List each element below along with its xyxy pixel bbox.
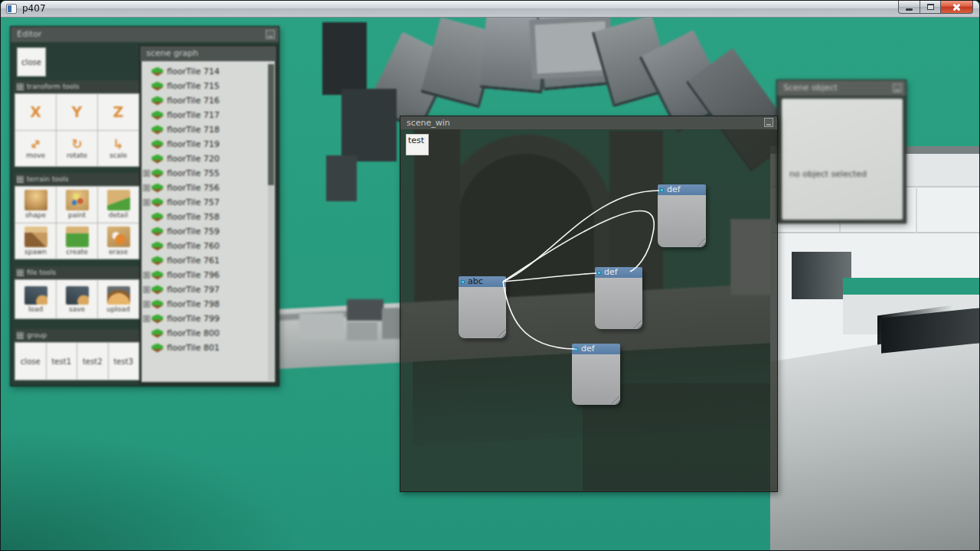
group-close-button[interactable]: close bbox=[15, 343, 46, 380]
load-button[interactable]: load bbox=[15, 280, 56, 318]
scene-graph-item[interactable]: floorTile 719 bbox=[142, 137, 275, 152]
item-label: floorTile 718 bbox=[167, 125, 220, 135]
axis-x-button[interactable]: X bbox=[15, 94, 56, 130]
scene-graph-title[interactable]: scene graph bbox=[140, 46, 276, 61]
shape-button[interactable]: shape bbox=[15, 187, 56, 223]
axis-z-button[interactable]: Z bbox=[98, 94, 139, 130]
paint-icon bbox=[66, 190, 89, 210]
resize-grip-icon[interactable] bbox=[633, 320, 642, 328]
test3-button[interactable]: test3 bbox=[109, 343, 139, 380]
node-pin-icon[interactable] bbox=[597, 271, 601, 275]
detail-button[interactable]: detail bbox=[98, 187, 139, 223]
expander-icon[interactable] bbox=[143, 272, 150, 279]
erase-button[interactable]: erase bbox=[98, 223, 139, 259]
section-header-icon bbox=[17, 83, 24, 90]
editor-close-button[interactable]: close bbox=[17, 47, 46, 77]
paint-button[interactable]: paint bbox=[57, 187, 97, 223]
scene-object-collapse-icon[interactable] bbox=[893, 83, 902, 93]
node-header[interactable]: def bbox=[572, 344, 620, 354]
minimize-button[interactable] bbox=[898, 1, 920, 14]
create-icon bbox=[66, 227, 89, 247]
scene-graph-item[interactable]: floorTile 801 bbox=[142, 341, 275, 355]
test-tab-button[interactable]: test bbox=[406, 134, 429, 155]
item-label: floorTile 761 bbox=[167, 256, 220, 266]
save-icon bbox=[66, 286, 89, 305]
scene-graph-item[interactable]: floorTile 716 bbox=[142, 93, 275, 108]
scale-button[interactable]: ↳scale bbox=[98, 131, 139, 167]
item-gutter bbox=[142, 315, 152, 322]
close-button[interactable] bbox=[941, 1, 973, 14]
window-titlebar[interactable]: p407 bbox=[1, 1, 979, 18]
resize-grip-icon[interactable] bbox=[497, 329, 505, 337]
corner-vignette bbox=[1, 416, 353, 551]
item-label: floorTile 755 bbox=[167, 168, 220, 178]
stone-column bbox=[341, 89, 397, 161]
scene-graph-item[interactable]: floorTile 760 bbox=[142, 239, 275, 253]
scene-graph-item[interactable]: floorTile 757 bbox=[142, 195, 275, 210]
node-def-top[interactable]: def bbox=[658, 184, 706, 247]
scene-graph-item[interactable]: floorTile 718 bbox=[142, 122, 275, 137]
file-button-grid: load save upload bbox=[15, 279, 139, 319]
node-header[interactable]: def bbox=[658, 184, 706, 195]
floor-tile-icon bbox=[152, 67, 163, 77]
test1-button[interactable]: test1 bbox=[47, 343, 77, 380]
scene-graph-item[interactable]: floorTile 758 bbox=[142, 210, 275, 224]
scene-graph-item[interactable]: floorTile 717 bbox=[142, 108, 275, 122]
scene-graph-item[interactable]: floorTile 797 bbox=[142, 282, 275, 297]
rotate-button[interactable]: ↻rotate bbox=[57, 131, 97, 167]
section-header-terrain: terrain tools bbox=[15, 173, 139, 186]
section-header-icon bbox=[17, 176, 24, 183]
detail-label: detail bbox=[109, 211, 128, 219]
stone-column bbox=[322, 22, 367, 95]
scene-graph-item[interactable]: floorTile 759 bbox=[142, 224, 275, 239]
expander-icon[interactable] bbox=[143, 286, 150, 293]
scene-graph-item[interactable]: floorTile 800 bbox=[142, 326, 275, 341]
expander-icon[interactable] bbox=[143, 184, 150, 191]
axis-y-button[interactable]: Y bbox=[57, 94, 97, 130]
create-label: create bbox=[66, 248, 88, 256]
node-pin-icon[interactable] bbox=[660, 188, 664, 192]
scene-graph-item[interactable]: floorTile 761 bbox=[142, 253, 275, 268]
group-close-label: close bbox=[21, 357, 41, 366]
resize-grip-icon[interactable] bbox=[611, 396, 619, 404]
scene-graph-item[interactable]: floorTile 756 bbox=[142, 181, 275, 195]
expander-icon[interactable] bbox=[143, 170, 150, 177]
node-header[interactable]: def bbox=[595, 267, 642, 278]
scene-graph-item[interactable]: floorTile 798 bbox=[142, 297, 275, 311]
floor-ramp bbox=[770, 328, 980, 551]
save-button[interactable]: save bbox=[57, 280, 97, 318]
create-button[interactable]: create bbox=[57, 223, 97, 259]
resize-grip-icon[interactable] bbox=[697, 238, 705, 246]
scene-win-title[interactable]: scene_win bbox=[400, 116, 777, 129]
scene-win-collapse-icon[interactable] bbox=[764, 118, 773, 127]
scene-graph-item[interactable]: floorTile 796 bbox=[142, 268, 275, 282]
scene-object-title[interactable]: Scene object bbox=[777, 80, 906, 96]
node-pin-icon[interactable] bbox=[461, 280, 465, 284]
scene-graph-item[interactable]: floorTile 720 bbox=[142, 152, 275, 166]
expander-icon[interactable] bbox=[143, 301, 150, 308]
node-def-bottom[interactable]: def bbox=[572, 344, 620, 405]
node-pin-icon[interactable] bbox=[574, 347, 578, 351]
scrollbar-thumb[interactable] bbox=[268, 64, 274, 185]
expander-icon[interactable] bbox=[143, 315, 150, 322]
scene-graph-item[interactable]: floorTile 714 bbox=[142, 64, 275, 79]
node-abc[interactable]: abc bbox=[459, 276, 506, 338]
shape-label: shape bbox=[25, 211, 46, 219]
scene-graph-item[interactable]: floorTile 799 bbox=[142, 311, 275, 326]
scene-graph-item[interactable]: floorTile 715 bbox=[142, 79, 275, 93]
expander-icon[interactable] bbox=[143, 199, 150, 206]
node-header[interactable]: abc bbox=[459, 276, 506, 287]
scene-graph-item[interactable]: floorTile 755 bbox=[142, 166, 275, 181]
editor-panel-title[interactable]: Editor bbox=[11, 27, 279, 42]
test2-button[interactable]: test2 bbox=[77, 343, 108, 380]
upload-button[interactable]: upload bbox=[98, 280, 139, 318]
window-title: p407 bbox=[22, 3, 46, 14]
scrollbar-track[interactable] bbox=[268, 63, 274, 380]
spawn-button[interactable]: spawn bbox=[15, 223, 56, 259]
floor-tile-icon bbox=[152, 96, 163, 106]
item-gutter bbox=[142, 170, 152, 177]
node-def-middle[interactable]: def bbox=[595, 267, 642, 329]
move-button[interactable]: ↔move bbox=[15, 131, 56, 167]
maximize-button[interactable] bbox=[920, 1, 941, 14]
editor-collapse-icon[interactable] bbox=[266, 30, 275, 39]
